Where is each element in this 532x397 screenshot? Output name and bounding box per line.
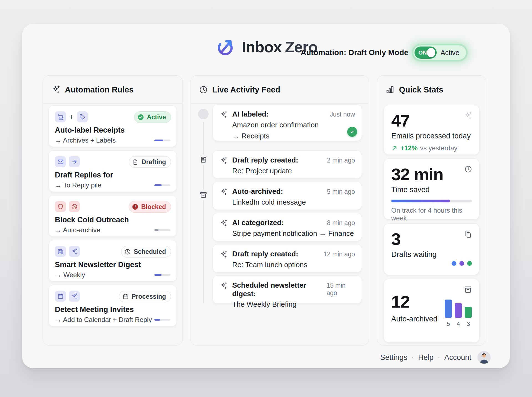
mini-chart-bar-group: 5: [445, 300, 452, 328]
rule-progress: [154, 229, 170, 231]
arrow-right-icon: [69, 156, 80, 167]
feed-item-detail: The Weekly Briefing: [232, 300, 355, 309]
draft-dot: [467, 261, 472, 266]
feed-item-detail: Stripe payment notification → Finance: [232, 229, 355, 238]
toggle-knob: [427, 48, 435, 57]
shield-icon: [55, 201, 66, 212]
stat-value: 32 min: [391, 166, 472, 183]
rule-title: Smart Newsletter Digest: [55, 261, 170, 269]
timeline-node: [198, 109, 209, 119]
feed-item-auto-archived[interactable]: Auto-archived: 5 min ago LinkedIn cold m…: [213, 182, 362, 210]
sparkles-icon: [69, 246, 80, 257]
trending-up-icon: [391, 145, 398, 151]
status-badge-blocked: Blocked: [129, 201, 171, 213]
sparkles-icon: [219, 219, 228, 227]
automation-toggle-group: ON Active: [413, 45, 466, 60]
feed-item-detail: LinkedIn cold message: [232, 198, 355, 207]
rule-title: Block Cold Outreach: [55, 216, 170, 224]
feed-item-time: 5 min ago: [327, 187, 355, 195]
separator: ·: [438, 353, 440, 362]
stat-card-time-saved: 32 min Time saved On track for 4 hours t…: [384, 159, 479, 220]
pages-icon: [464, 230, 472, 239]
feed-item-title: Draft reply created:: [232, 156, 298, 164]
desktop-background: InboxZero Automation: Draft Only Mode ON…: [0, 0, 532, 397]
mini-chart-bar-group: 4: [455, 303, 462, 328]
trend-note: vs yesterday: [420, 144, 457, 152]
stat-value: 47: [391, 112, 472, 129]
stat-label: Time saved: [391, 185, 472, 194]
badge-label: Drafting: [142, 158, 166, 166]
rule-subtitle: → Add to Calendar + Draft Reply: [55, 316, 152, 324]
automation-mode-label: Automation: Draft Only Mode: [301, 48, 408, 57]
separator: ·: [411, 353, 414, 362]
app-title-primary: Inbox: [242, 38, 282, 56]
badge-label: Blocked: [141, 203, 166, 211]
mail-icon: [55, 156, 66, 167]
rule-subtitle: → Auto-archive: [55, 226, 100, 234]
feed-item-ai-labeled[interactable]: AI labeled: Just now Amazon order confir…: [213, 104, 362, 141]
feed-item-newsletter-digest[interactable]: Scheduled newsletter digest: 15 min ago …: [213, 275, 362, 304]
rule-card-auto-label-receipts[interactable]: + Active Auto-label Receipts → Archives …: [48, 105, 177, 147]
rule-card-draft-replies[interactable]: Drafting Draft Replies for → To Reply pi…: [48, 150, 177, 192]
stat-card-emails-processed: 47 Emails processed today +12% vs yester…: [384, 105, 479, 155]
toggle-status-label: Active: [441, 49, 459, 57]
cart-icon: [55, 111, 66, 122]
status-badge-scheduled: Scheduled: [121, 246, 171, 257]
mini-chart-bar: [455, 303, 462, 318]
rule-title: Detect Meeting Invites: [55, 305, 170, 314]
rule-title: Auto-label Receipts: [55, 126, 170, 135]
feed-item-title: Scheduled newsletter digest:: [232, 281, 322, 298]
sparkles-icon: [69, 291, 80, 302]
feed-item-draft-reply[interactable]: Draft reply created: 2 min ago Re: Proje…: [213, 150, 362, 179]
live-activity-feed-panel: Live Activity Feed AI labeled: Just now …: [190, 75, 369, 346]
success-check-icon: [347, 127, 357, 137]
clock-icon: [464, 165, 472, 173]
rule-card-block-cold-outreach[interactable]: Blocked Block Cold Outreach → Auto-archi…: [48, 195, 177, 237]
feed-item-time: Just now: [330, 110, 355, 118]
stat-value: 3: [391, 230, 472, 248]
bar-chart-icon: [385, 85, 395, 94]
automation-toggle[interactable]: ON: [415, 47, 437, 59]
rule-progress: [154, 184, 170, 186]
rule-progress: [154, 274, 170, 276]
mini-chart-bar: [445, 300, 452, 318]
help-link[interactable]: Help: [418, 353, 434, 362]
rule-subtitle: → Archives + Labels: [55, 136, 116, 144]
feed-item-title: AI labeled:: [232, 110, 268, 118]
rule-title: Draft Replies for: [55, 171, 170, 179]
tag-icon: [77, 111, 88, 122]
feed-item-detail: Re: Team lunch options: [232, 260, 355, 270]
timeline-archive-icon: [198, 190, 208, 200]
settings-link[interactable]: Settings: [380, 353, 407, 362]
sparkles-icon: [51, 85, 61, 94]
feed-item-draft-reply-2[interactable]: Draft reply created: 12 min ago Re: Team…: [213, 244, 362, 272]
account-link[interactable]: Account: [444, 353, 471, 362]
rule-card-newsletter-digest[interactable]: Scheduled Smart Newsletter Digest → Week…: [48, 240, 177, 282]
rule-progress: [154, 140, 170, 141]
feed-item-title: Auto-archived:: [232, 187, 283, 196]
rule-card-meeting-invites[interactable]: Processing Detect Meeting Invites → Add …: [48, 285, 177, 326]
stat-note: On track for 4 hours this week: [391, 207, 472, 222]
mini-chart-bar-label: 4: [457, 320, 460, 328]
rule-subtitle: → To Reply pile: [55, 181, 101, 189]
toggle-on-label: ON: [418, 50, 427, 56]
automation-rules-header: Automation Rules: [51, 85, 134, 94]
avatar[interactable]: [478, 351, 490, 364]
document-icon: [132, 158, 139, 166]
timeline-line: [203, 122, 204, 304]
stat-label: Emails processed today: [391, 132, 472, 140]
feed-item-time: 8 min ago: [327, 218, 355, 227]
footer-nav: Settings · Help · Account: [380, 351, 490, 364]
mini-chart-bar-label: 5: [447, 320, 450, 328]
panel-title: Live Activity Feed: [212, 85, 280, 94]
auto-archived-mini-chart: 5 4 3: [445, 300, 472, 328]
feed-item-ai-categorized[interactable]: AI categorized: 8 min ago Stripe payment…: [213, 213, 362, 241]
feed-item-title: Draft reply created:: [232, 250, 298, 258]
calendar-icon: [122, 293, 129, 300]
stat-card-auto-archived: 12 Auto-archived 5 4 3: [384, 279, 479, 342]
draft-dots: [452, 261, 472, 266]
feed-item-time: 2 min ago: [327, 156, 355, 164]
app-window: InboxZero Automation: Draft Only Mode ON…: [22, 24, 510, 368]
badge-label: Active: [147, 114, 166, 121]
mini-chart-bar-group: 3: [465, 307, 472, 328]
